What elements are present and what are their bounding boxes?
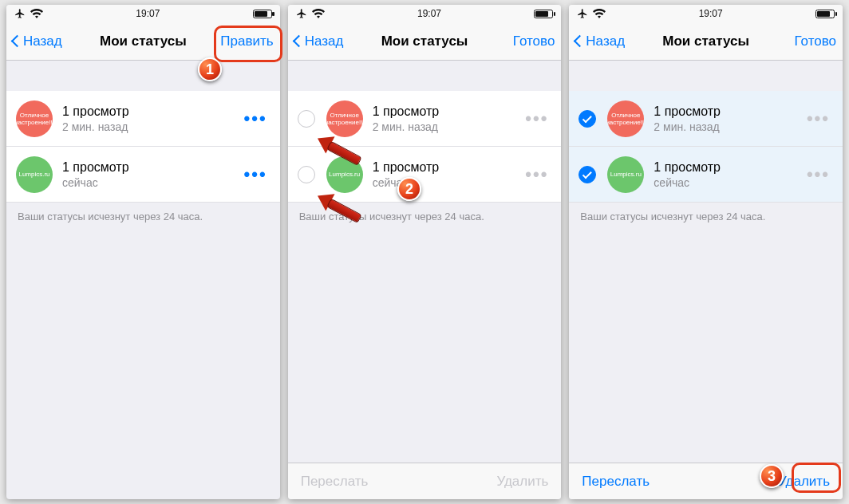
row-title: 1 просмотр xyxy=(654,104,804,119)
wifi-icon xyxy=(593,9,606,18)
status-row[interactable]: Lumpics.ru1 просмотрсейчас••• xyxy=(569,147,843,203)
airplane-icon xyxy=(14,8,26,19)
nav-bar: НазадМои статусыГотово xyxy=(288,22,562,61)
row-text: 1 просмотрсейчас xyxy=(62,160,241,189)
status-thumbnail: Отличное настроение!!! xyxy=(326,100,363,137)
back-button[interactable]: Назад xyxy=(291,33,344,49)
airplane-icon xyxy=(577,8,588,19)
chevron-left-icon xyxy=(292,35,305,48)
select-circle[interactable] xyxy=(298,110,315,128)
back-label: Назад xyxy=(305,33,344,49)
row-text: 1 просмотр2 мин. назад xyxy=(62,104,241,133)
forward-button: Переслать xyxy=(301,474,369,490)
status-thumbnail: Отличное настроение!!! xyxy=(16,100,53,137)
back-label: Назад xyxy=(23,33,62,49)
delete-button: Удалить xyxy=(496,474,548,490)
status-thumbnail: Lumpics.ru xyxy=(607,156,644,193)
more-button[interactable]: ••• xyxy=(241,164,270,185)
more-button: ••• xyxy=(522,164,551,185)
nav-bar: НазадМои статусыПравить xyxy=(6,22,280,61)
status-thumbnail: Lumpics.ru xyxy=(16,156,53,193)
wifi-icon xyxy=(30,9,43,18)
battery-icon xyxy=(253,10,272,18)
footer-note: Ваши статусы исчезнут через 24 часа. xyxy=(288,203,562,230)
row-subtitle: сейчас xyxy=(373,176,523,189)
row-text: 1 просмотрсейчас xyxy=(654,160,804,189)
row-subtitle: 2 мин. назад xyxy=(62,120,241,133)
footer-note: Ваши статусы исчезнут через 24 часа. xyxy=(6,203,280,230)
status-thumbnail: Отличное настроение!!! xyxy=(607,100,644,137)
status-time: 19:07 xyxy=(417,8,441,19)
more-button: ••• xyxy=(804,108,833,129)
status-time: 19:07 xyxy=(699,8,723,19)
back-button[interactable]: Назад xyxy=(572,33,625,49)
back-button[interactable]: Назад xyxy=(10,33,62,49)
phone-screen-3: 19:07НазадМои статусыГотовоОтличное наст… xyxy=(569,5,843,499)
content-area: Отличное настроение!!!1 просмотр2 мин. н… xyxy=(569,61,843,463)
select-circle[interactable] xyxy=(579,166,596,183)
row-subtitle: сейчас xyxy=(654,176,804,189)
select-circle[interactable] xyxy=(298,166,315,183)
check-icon xyxy=(582,113,592,123)
row-text: 1 просмотрсейчас xyxy=(373,160,523,189)
phone-screen-1: 19:07НазадМои статусыПравитьОтличное нас… xyxy=(6,5,280,499)
footer-note: Ваши статусы исчезнут через 24 часа. xyxy=(569,203,843,230)
nav-right-button[interactable]: Править xyxy=(220,33,273,49)
status-bar: 19:07 xyxy=(569,5,843,22)
status-row[interactable]: Lumpics.ru1 просмотрсейчас••• xyxy=(288,147,562,203)
status-bar: 19:07 xyxy=(6,5,280,22)
nav-right-button[interactable]: Готово xyxy=(513,33,555,49)
row-text: 1 просмотр2 мин. назад xyxy=(654,104,804,133)
status-row[interactable]: Отличное настроение!!!1 просмотр2 мин. н… xyxy=(288,91,562,147)
battery-icon xyxy=(815,10,835,18)
status-row[interactable]: Отличное настроение!!!1 просмотр2 мин. н… xyxy=(569,91,843,147)
content-area: Отличное настроение!!!1 просмотр2 мин. н… xyxy=(288,61,562,463)
delete-button[interactable]: Удалить xyxy=(778,474,830,490)
status-time: 19:07 xyxy=(136,8,160,19)
phone-screen-2: 19:07НазадМои статусыГотовоОтличное наст… xyxy=(288,5,562,499)
forward-button[interactable]: Переслать xyxy=(582,474,650,490)
status-row[interactable]: Lumpics.ru1 просмотрсейчас••• xyxy=(6,147,280,203)
row-text: 1 просмотр2 мин. назад xyxy=(373,104,523,133)
more-button[interactable]: ••• xyxy=(241,108,270,129)
back-label: Назад xyxy=(586,33,625,49)
more-button: ••• xyxy=(522,108,551,129)
chevron-left-icon xyxy=(11,35,24,48)
row-title: 1 просмотр xyxy=(62,160,241,175)
row-title: 1 просмотр xyxy=(62,104,241,119)
airplane-icon xyxy=(296,8,307,19)
status-bar: 19:07 xyxy=(288,5,562,22)
bottom-toolbar: ПереслатьУдалить xyxy=(569,463,843,499)
row-subtitle: 2 мин. назад xyxy=(373,120,523,133)
status-thumbnail: Lumpics.ru xyxy=(326,156,363,193)
row-title: 1 просмотр xyxy=(373,104,523,119)
bottom-toolbar: ПереслатьУдалить xyxy=(288,463,562,499)
check-icon xyxy=(582,169,592,179)
row-subtitle: 2 мин. назад xyxy=(654,120,804,133)
battery-icon xyxy=(534,10,553,18)
row-title: 1 просмотр xyxy=(373,160,523,175)
nav-right-button[interactable]: Готово xyxy=(795,33,837,49)
wifi-icon xyxy=(312,9,325,18)
status-row[interactable]: Отличное настроение!!!1 просмотр2 мин. н… xyxy=(6,91,280,147)
row-title: 1 просмотр xyxy=(654,160,804,175)
content-area: Отличное настроение!!!1 просмотр2 мин. н… xyxy=(6,61,280,499)
select-circle[interactable] xyxy=(579,110,596,128)
nav-bar: НазадМои статусыГотово xyxy=(569,22,843,61)
more-button: ••• xyxy=(804,164,833,185)
chevron-left-icon xyxy=(574,35,586,48)
row-subtitle: сейчас xyxy=(62,176,241,189)
